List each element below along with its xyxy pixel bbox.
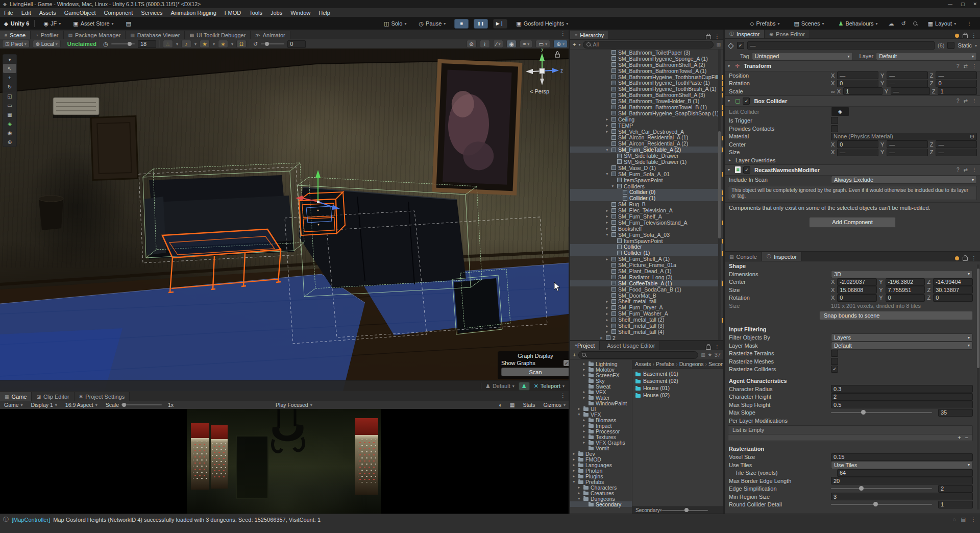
field-z[interactable]: 30.13807 [933,286,973,294]
pause-button[interactable]: ❚❚ [474,19,488,29]
foldout-icon[interactable]: ▸ [572,474,576,478]
menu-component[interactable]: Component [100,8,137,17]
project-folder-item[interactable]: ▸Water [570,395,632,400]
edge-simplification-slider[interactable] [831,488,932,489]
shaded-mode-button[interactable]: ⊘ [467,40,477,48]
lighting-toggle[interactable]: ★ [200,40,210,48]
foldout-icon[interactable]: ▸ [605,324,609,328]
menu-animation-rigging[interactable]: Animation Rigging [167,8,220,17]
tab-animator[interactable]: ≫Animator [251,31,290,39]
layer-dropdown[interactable]: Default▾ [876,52,977,60]
play-focused-dropdown[interactable]: Play Focused▾ [274,402,314,408]
minimize-button[interactable]: — [948,2,952,7]
hierarchy-item[interactable]: ▾SM_Furn_SideTable_A (2) [570,147,723,153]
hierarchy-item[interactable]: ▾Colliders [570,183,723,189]
account-button[interactable]: ◉ JF▾ [40,19,64,29]
layers-dropdown[interactable]: ≈▾ [520,40,532,48]
tab-hierarchy[interactable]: ≡ Hierarchy [570,31,609,39]
draw-gizmos-dropdown[interactable]: ∕▾ [493,40,504,48]
asset-item[interactable]: House (02) [632,392,723,399]
hierarchy-item[interactable]: SM_BathroomHygeine_ToothPaste (1) [570,80,723,86]
foldout-icon[interactable]: ▾ [605,172,609,176]
gizmos-dropdown[interactable]: Gizmos▾ [541,402,568,408]
field-z[interactable]: 0 [936,80,977,87]
panel-kebab-icon[interactable]: ⋮ [971,33,976,38]
foldout-icon[interactable]: ▸ [582,390,586,394]
tab-console[interactable]: ▤Console [725,252,762,261]
scene-select-dropdown[interactable]: ▣ Gosford Heights▾ [512,19,572,29]
hierarchy-item[interactable]: SM_Picture_Frame_01a [570,262,723,268]
layer-mask-dropdown[interactable]: Default▾ [831,342,973,350]
trash-bin[interactable] [39,196,63,230]
search-filter-icon[interactable]: ▥ [716,42,721,47]
hierarchy-item[interactable]: SM_Bathroom_BathroomTowel_B (1) [570,104,723,110]
presets-icon[interactable]: ⇄ [964,167,968,173]
project-folder-item[interactable]: ▸Dev [570,451,632,456]
panel-kebab-icon[interactable]: ⋮ [715,344,720,350]
hierarchy-item[interactable]: ▸TEMP [570,123,723,129]
transform-component-header[interactable]: ▾ ✛ Transform ?⇄⋮ [725,60,980,71]
material-field[interactable]: None (Physics Material) ⊙ [831,133,977,140]
tab-inspector[interactable]: ⓘInspector [762,252,802,261]
project-folder-item[interactable]: ▸Textures [570,434,632,440]
foldout-icon[interactable]: ▸ [582,423,586,428]
tool-more[interactable]: ⊕ [3,137,16,147]
project-folder-item[interactable]: Sky [570,378,632,383]
scale-link-icon[interactable]: ∞ [831,88,835,94]
list-add-button[interactable]: + [958,434,961,441]
create-asset-button[interactable]: + [573,352,576,358]
component-kebab-icon[interactable]: ⋮ [972,63,977,69]
help-icon[interactable]: ? [957,167,960,173]
project-folder-item[interactable]: ▸Impact [570,423,632,428]
hierarchy-item[interactable]: SM_Bathroom_BathroomShelf_A (3) [570,92,723,98]
is-trigger-checkbox[interactable] [831,117,838,124]
foldout-icon[interactable]: ▸ [582,440,586,445]
foldout-icon[interactable]: ▾ [577,496,581,501]
foldout-icon[interactable]: ▸ [582,367,586,372]
foldout-icon[interactable]: ▸ [605,214,609,219]
tab-inspector[interactable]: ⓘInspector [725,30,765,38]
list-remove-button[interactable]: − [965,434,968,441]
foldout-icon[interactable]: ▸ [605,299,609,304]
lock-icon[interactable] [963,257,968,261]
project-folder-item[interactable]: ▸Lightning [570,361,632,367]
field-x[interactable]: 0 [837,80,878,87]
hierarchy-item[interactable]: SM_BathroomHygeine_ToothBrush_A (1) [570,86,723,92]
foldout-icon[interactable]: ▸ [582,429,586,433]
hierarchy-search-input[interactable]: All [583,41,714,49]
breadcrumb-item[interactable]: Prefabs [656,361,674,367]
prefabs-dropdown[interactable]: ◇ Prefabs▾ [746,19,783,29]
layer-overrides-foldout[interactable]: ▸ Layer Overrides [725,156,980,164]
hierarchy-item[interactable]: ▸SM_Elec_Television_A [570,207,723,213]
create-object-button[interactable]: + [573,41,576,47]
history-icon[interactable]: ↺ [901,20,905,27]
foldout-icon[interactable]: ▸ [605,226,609,231]
project-folder-item[interactable]: WindowPaint [570,400,632,406]
project-folder-item[interactable]: ▸Photon [570,468,632,473]
hierarchy-item[interactable]: SM_Aircon_Residential_A (1) [570,134,723,140]
aspect-dropdown[interactable]: 16:9 Aspect▾ [63,402,100,408]
scale-slider[interactable]: Scale [104,402,164,408]
field-y[interactable]: 7.755951 [886,286,925,294]
project-folder-item[interactable]: ▸VFX Graphs [570,440,632,445]
scan-button[interactable]: Scan [501,368,569,376]
display-dropdown[interactable]: Display 1▾ [29,402,59,408]
static-caret-icon[interactable]: ▾ [975,43,977,48]
tool-move[interactable]: + [3,73,16,82]
menu-services[interactable]: Services [137,8,166,17]
tab-project[interactable]: Project [570,341,600,350]
foldout-icon[interactable]: ▸ [582,418,586,422]
presets-icon[interactable]: ⇄ [964,63,968,69]
hierarchy-item[interactable]: SM_Food_SodaCan_B (1) [570,286,723,293]
asset-item[interactable]: House (01) [632,384,723,392]
hierarchy-item[interactable]: SM_Aircon_Residential_A (2) [570,140,723,147]
object-name-field[interactable]: — [747,41,935,50]
solo-dropdown[interactable]: ◫ Solo▾ [380,19,410,29]
field-y[interactable]: — [887,140,928,148]
box-collider-component-header[interactable]: ▾ ▢ ✓ Box Collider ?⇄⋮ [725,95,980,107]
hierarchy-kebab-icon[interactable]: ⋮ [715,34,720,39]
hierarchy-item[interactable]: SM_Radiator_Long (3) [570,274,723,280]
audio-toggle[interactable]: ♪ [181,40,191,48]
foldout-icon[interactable]: ▸ [605,257,609,261]
hierarchy-item[interactable]: SM_BathroomHygeine_ToothbrushCupFille [570,74,723,80]
